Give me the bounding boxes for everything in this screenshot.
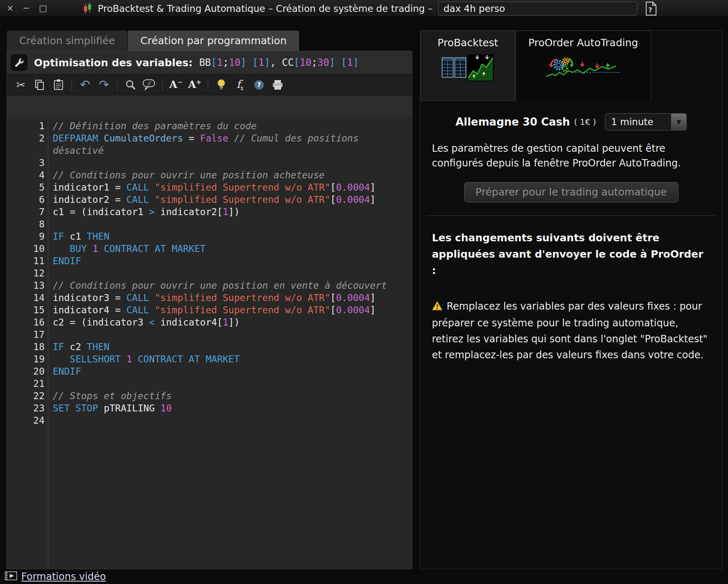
line-number: 1	[7, 120, 48, 132]
code-line[interactable]: 8	[7, 218, 412, 230]
code-line[interactable]: 20ENDIF	[7, 365, 412, 377]
code-line[interactable]: 3	[7, 157, 412, 169]
line-number: 16	[7, 316, 48, 328]
code-line[interactable]: 13// Conditions pour ouvrir une position…	[7, 279, 412, 292]
line-number: 5	[7, 181, 48, 193]
proorder-tab-label: ProOrder AutoTrading	[528, 37, 638, 49]
code-text: ENDIF	[48, 255, 395, 267]
code-line[interactable]: 22// Stops et objectifs	[7, 390, 412, 402]
hint-icon[interactable]	[213, 76, 229, 93]
maximize-button[interactable]: □	[39, 4, 47, 13]
tab-proorder-autotrading[interactable]: ProOrder AutoTrading	[515, 31, 651, 101]
line-number: 13	[7, 279, 48, 292]
code-line[interactable]: 14indicator3 = CALL "simplified Supertre…	[7, 292, 412, 304]
variable-settings-button[interactable]	[11, 54, 27, 71]
close-button[interactable]: ×	[7, 4, 14, 13]
search-icon[interactable]	[122, 76, 139, 93]
code-line[interactable]: 7c1 = (indicator1 > indicator2[1])	[7, 206, 412, 218]
code-line[interactable]: 15indicator4 = CALL "simplified Supertre…	[7, 304, 412, 316]
tab-probacktest[interactable]: ProBacktest	[420, 31, 515, 101]
code-editor[interactable]: 1// Définition des paramètres du code2DE…	[7, 117, 412, 569]
code-line[interactable]: 10 BUY 1 CONTRACT AT MARKET	[7, 243, 412, 255]
code-text: c1 = (indicator1 > indicator2[1])	[48, 206, 395, 218]
help-icon[interactable]: ?	[251, 76, 267, 93]
backtest-panel: ProBacktest	[420, 30, 722, 569]
code-text: // Conditions pour ouvrir une position a…	[48, 169, 395, 181]
code-text: c2 = (indicator3 < indicator4[1])	[48, 316, 395, 328]
line-number: 21	[7, 377, 48, 390]
code-text: // Conditions pour ouvrir une position e…	[48, 279, 395, 292]
code-line[interactable]: 1// Définition des paramètres du code	[7, 120, 412, 132]
cut-icon[interactable]: ✂	[13, 76, 29, 93]
code-text: IF c1 THEN	[48, 230, 395, 243]
code-text: indicator3 = CALL "simplified Supertrend…	[48, 292, 395, 304]
code-line[interactable]: 24	[7, 414, 412, 427]
video-icon	[5, 571, 17, 582]
instrument-label: Allemagne 30 Cash	[456, 116, 570, 128]
toolbar-separator	[208, 79, 208, 91]
code-text: SELLSHORT 1 CONTRACT AT MARKET	[48, 353, 395, 365]
code-line[interactable]: 16c2 = (indicator3 < indicator4[1])	[7, 316, 412, 328]
code-text: indicator4 = CALL "simplified Supertrend…	[48, 304, 395, 316]
code-line[interactable]: 9IF c1 THEN	[7, 230, 412, 243]
probacktest-tab-label: ProBacktest	[438, 37, 498, 49]
formations-video-link[interactable]: Formations vidéo	[21, 571, 106, 582]
optimisation-variables: BB[1;10] [1], CC[10;30] [1]	[199, 57, 359, 68]
svg-text:?: ?	[257, 81, 261, 89]
code-line[interactable]: 4// Conditions pour ouvrir une position …	[7, 169, 412, 181]
chevron-down-icon: ▼	[671, 114, 686, 130]
code-line[interactable]: 11ENDIF	[7, 255, 412, 267]
toolbar-separator	[117, 79, 117, 91]
line-number: 4	[7, 169, 48, 181]
svg-text://: //	[147, 81, 152, 86]
changes-heading: Les changements suivants doivent être ap…	[432, 230, 710, 279]
code-line[interactable]: 18IF c2 THEN	[7, 341, 412, 353]
timeframe-value: 1 minute	[605, 117, 671, 127]
undo-icon[interactable]: ↶	[77, 76, 93, 93]
instrument-row: Allemagne 30 Cash ( 1€ ) 1 minute ▼	[420, 113, 722, 130]
optimisation-row: Optimisation des variables: BB[1;10] [1]…	[7, 51, 412, 74]
warning-block: Remplacez les variables par des valeurs …	[432, 299, 710, 363]
editor-toolbar: ✂↶↷//A−A+fx?	[7, 74, 412, 95]
redo-icon[interactable]: ↷	[96, 76, 112, 93]
window-controls: × − □	[7, 4, 47, 13]
code-line[interactable]: 21	[7, 377, 412, 390]
line-number: 24	[7, 414, 48, 427]
code-text	[48, 218, 395, 230]
code-text: // Définition des paramètres du code	[48, 120, 395, 132]
font-increase-icon[interactable]: A+	[186, 76, 203, 93]
timeframe-select[interactable]: 1 minute ▼	[605, 113, 687, 130]
line-number: 19	[7, 353, 48, 365]
proorder-tab-icon	[546, 54, 621, 84]
paste-icon[interactable]	[50, 76, 67, 93]
code-line[interactable]: 5indicator1 = CALL "simplified Supertren…	[7, 181, 412, 193]
code-text: SET STOP pTRAILING 10	[48, 402, 395, 414]
warning-icon	[432, 299, 443, 315]
line-number: 2	[7, 132, 48, 157]
line-number: 12	[7, 267, 48, 279]
code-lines: 1// Définition des paramètres du code2DE…	[7, 117, 412, 427]
code-line[interactable]: 23SET STOP pTRAILING 10	[7, 402, 412, 414]
code-line[interactable]: 17	[7, 328, 412, 341]
code-line[interactable]: 6indicator2 = CALL "simplified Supertren…	[7, 193, 412, 206]
copy-icon[interactable]	[31, 76, 48, 93]
help-doc-icon[interactable]: ?	[645, 2, 657, 16]
code-text	[48, 328, 395, 341]
code-line[interactable]: 12	[7, 267, 412, 279]
system-name-input[interactable]	[438, 2, 638, 16]
minimize-button[interactable]: −	[23, 4, 30, 13]
prepare-autotrading-button[interactable]: Préparer pour le trading automatique	[464, 182, 679, 202]
comment-icon[interactable]: //	[141, 76, 157, 93]
function-icon[interactable]: fx	[232, 76, 248, 93]
toolbar-separator	[72, 79, 72, 91]
font-decrease-icon[interactable]: A−	[168, 76, 184, 93]
capital-note: Les paramètres de gestion capital peuven…	[432, 141, 710, 171]
print-icon[interactable]	[270, 76, 286, 93]
line-number: 14	[7, 292, 48, 304]
line-number: 22	[7, 390, 48, 402]
tab-creation-par-programmation[interactable]: Création par programmation	[128, 30, 299, 51]
code-line[interactable]: 2DEFPARAM CumulateOrders = False // Cumu…	[7, 132, 412, 157]
tab-creation-simplifiee[interactable]: Création simplifiée	[7, 30, 128, 51]
line-number: 8	[7, 218, 48, 230]
code-line[interactable]: 19 SELLSHORT 1 CONTRACT AT MARKET	[7, 353, 412, 365]
